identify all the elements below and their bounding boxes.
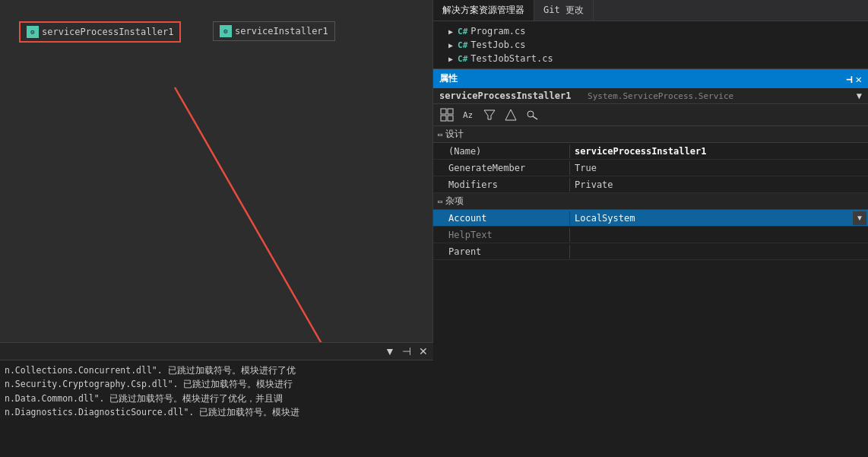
prop-value-generate: True (570, 161, 868, 175)
svg-marker-8 (505, 109, 516, 120)
prop-row-helptext[interactable]: HelpText (433, 227, 868, 243)
properties-object-dropdown-btn[interactable]: ▼ (857, 90, 862, 101)
component-icon-2: ⚙ (220, 25, 232, 37)
prop-row-name[interactable]: (Name) serviceProcessInstaller1 (433, 143, 868, 160)
svg-rect-2 (441, 109, 446, 114)
file-tree-item-program[interactable]: ▶ C# Program.cs (433, 24, 868, 38)
output-pin-btn[interactable]: ⊣ (400, 344, 413, 358)
prop-value-field-name: serviceProcessInstaller1 (570, 144, 868, 158)
component-icon-1: ⚙ (27, 26, 39, 38)
component-serviceProcessInstaller1[interactable]: ⚙ serviceProcessInstaller1 (19, 21, 181, 43)
prop-row-generate-member[interactable]: GenerateMember True (433, 160, 868, 176)
properties-panel: 属性 ⊣ ✕ serviceProcessInstaller1 System.S… (433, 69, 868, 457)
cs-icon-3: C# (458, 54, 467, 64)
component-serviceInstaller1[interactable]: ⚙ serviceInstaller1 (213, 21, 335, 41)
prop-name-account: Account (433, 211, 570, 225)
output-line-3: n.Data.Common.dll". 已跳过加载符号。模块进行了优化，并且调 (5, 392, 429, 405)
file-tree-item-testjobstart[interactable]: ▶ C# TestJobStart.cs (433, 52, 868, 65)
section-misc-label: 杂项 (445, 195, 464, 208)
component-label-1: serviceProcessInstaller1 (42, 27, 173, 37)
tab-solution-explorer[interactable]: 解决方案资源管理器 (433, 0, 534, 21)
output-close-btn[interactable]: ✕ (417, 344, 430, 358)
output-toolbar: ▼ ⊣ ✕ (0, 343, 433, 360)
svg-rect-5 (448, 116, 453, 121)
svg-line-10 (533, 116, 537, 119)
prop-tool-events-btn[interactable] (502, 106, 520, 123)
tab-bar: 解决方案资源管理器 Git 更改 (433, 0, 868, 21)
prop-tool-alpha-btn[interactable]: Az (459, 106, 477, 123)
properties-object-name: serviceProcessInstaller1 System.ServiceP… (439, 90, 733, 101)
prop-value-account: LocalSystem (570, 211, 853, 225)
file-expand-arrow-3: ▶ (448, 55, 453, 63)
right-panel: 解决方案资源管理器 Git 更改 ▶ C# Program.cs ▶ C# Te… (433, 0, 868, 457)
cs-icon-2: C# (458, 40, 467, 50)
properties-pin-btn[interactable]: ⊣ (846, 73, 852, 85)
prop-tool-filter-btn[interactable] (480, 106, 499, 123)
properties-close-btn[interactable]: ✕ (856, 73, 862, 85)
output-line-1: n.Collections.Concurrent.dll". 已跳过加载符号。模… (5, 363, 429, 377)
designer-canvas[interactable]: ⚙ serviceProcessInstaller1 ⚙ serviceInst… (0, 0, 432, 342)
prop-row-modifiers[interactable]: Modifiers Private (433, 176, 868, 193)
properties-title-bar: 属性 ⊣ ✕ (433, 69, 868, 88)
prop-row-account[interactable]: Account LocalSystem ▼ (433, 210, 868, 227)
prop-value-helptext (570, 233, 868, 236)
cs-icon-1: C# (458, 27, 467, 36)
svg-text:Az: Az (463, 110, 473, 120)
output-panel: ▼ ⊣ ✕ n.Collections.Concurrent.dll". 已跳过… (0, 342, 433, 457)
section-design-toggle[interactable]: ▭ (438, 130, 442, 138)
file-tree: ▶ C# Program.cs ▶ C# TestJob.cs ▶ C# Tes… (433, 21, 868, 69)
svg-line-1 (175, 87, 338, 373)
section-design-header[interactable]: ▭ 设计 (433, 126, 868, 143)
prop-name-modifiers: Modifiers (433, 178, 570, 192)
tab-git-changes[interactable]: Git 更改 (534, 0, 594, 21)
prop-name-helptext: HelpText (433, 228, 570, 242)
svg-rect-4 (441, 116, 446, 121)
section-misc-header[interactable]: ▭ 杂项 (433, 193, 868, 210)
file-expand-arrow-1: ▶ (448, 27, 453, 36)
properties-toolbar: Az (433, 104, 868, 126)
account-dropdown-btn[interactable]: ▼ (853, 211, 866, 225)
prop-name-generate: GenerateMember (433, 161, 570, 175)
prop-value-modifiers: Private (570, 178, 868, 192)
prop-tool-key-btn[interactable] (523, 106, 541, 123)
prop-tool-grid-btn[interactable] (438, 106, 456, 123)
file-tree-item-testjob[interactable]: ▶ C# TestJob.cs (433, 38, 868, 52)
prop-value-row-account: LocalSystem ▼ (570, 211, 868, 225)
properties-content: ▭ 设计 (Name) serviceProcessInstaller1 Gen… (433, 126, 868, 457)
prop-name-field-name: (Name) (433, 144, 570, 158)
output-content: n.Collections.Concurrent.dll". 已跳过加载符号。模… (0, 360, 433, 423)
svg-rect-3 (448, 109, 453, 114)
properties-title-actions: ⊣ ✕ (846, 73, 862, 85)
svg-marker-7 (484, 110, 495, 119)
properties-object-bar[interactable]: serviceProcessInstaller1 System.ServiceP… (433, 88, 868, 104)
prop-row-parent[interactable]: Parent (433, 243, 868, 260)
output-line-4: n.Diagnostics.DiagnosticSource.dll". 已跳过… (5, 405, 429, 419)
prop-value-parent (570, 250, 868, 253)
properties-title: 属性 (439, 72, 458, 85)
output-arrow-down-btn[interactable]: ▼ (383, 344, 397, 358)
component-label-2: serviceInstaller1 (235, 26, 328, 36)
section-misc-toggle[interactable]: ▭ (438, 197, 442, 205)
file-expand-arrow-2: ▶ (448, 41, 453, 49)
prop-name-parent: Parent (433, 245, 570, 259)
output-line-2: n.Security.Cryptography.Csp.dll". 已跳过加载符… (5, 377, 429, 391)
section-design-label: 设计 (445, 128, 464, 141)
designer-panel: ⚙ serviceProcessInstaller1 ⚙ serviceInst… (0, 0, 433, 457)
svg-point-9 (527, 111, 534, 117)
